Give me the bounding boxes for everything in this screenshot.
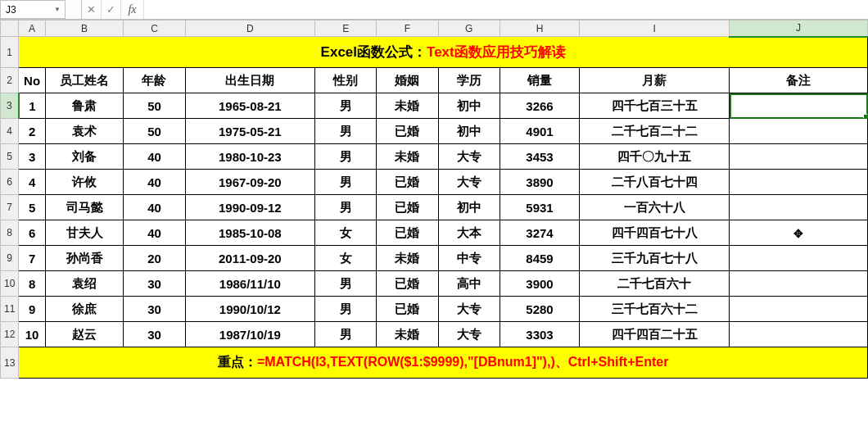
table-cell[interactable]: 50: [124, 119, 185, 144]
table-cell[interactable]: 1975-05-21: [185, 119, 315, 144]
table-cell[interactable]: 男: [315, 322, 377, 347]
table-cell[interactable]: 已婚: [377, 170, 438, 195]
table-cell[interactable]: 许攸: [45, 170, 124, 195]
table-cell[interactable]: 已婚: [377, 195, 438, 220]
table-cell[interactable]: 男: [315, 271, 377, 297]
table-cell[interactable]: 8459: [500, 246, 580, 271]
table-cell[interactable]: 大本: [438, 220, 500, 246]
row-header-13[interactable]: 13: [1, 347, 19, 379]
table-cell[interactable]: 3303: [500, 322, 580, 347]
selected-cell-J3[interactable]: [730, 93, 868, 119]
col-header-C[interactable]: C: [124, 20, 185, 37]
table-cell[interactable]: 徐庶: [45, 297, 124, 322]
hdr-birth[interactable]: 出生日期: [185, 68, 315, 93]
table-cell[interactable]: 1985-10-08: [185, 220, 315, 246]
table-cell[interactable]: 5280: [500, 297, 580, 322]
table-cell[interactable]: 初中: [438, 195, 500, 220]
table-cell[interactable]: 男: [315, 170, 377, 195]
col-header-J[interactable]: J: [730, 20, 868, 37]
table-cell[interactable]: 四千七百三十五: [580, 93, 730, 119]
formula-input[interactable]: [144, 0, 868, 19]
col-header-E[interactable]: E: [315, 20, 377, 37]
table-cell[interactable]: 大专: [438, 144, 500, 170]
hdr-edu[interactable]: 学历: [438, 68, 500, 93]
table-cell[interactable]: [730, 246, 868, 271]
table-cell[interactable]: 二千八百七十四: [580, 170, 730, 195]
table-cell[interactable]: 二千七百二十二: [580, 119, 730, 144]
select-all-corner[interactable]: [1, 20, 19, 37]
col-header-H[interactable]: H: [500, 20, 580, 37]
table-cell[interactable]: 1967-09-20: [185, 170, 315, 195]
table-cell[interactable]: 袁术: [45, 119, 124, 144]
table-cell[interactable]: 40: [124, 170, 185, 195]
table-cell[interactable]: 男: [315, 93, 377, 119]
table-cell[interactable]: [730, 271, 868, 297]
table-cell[interactable]: 二千七百六十: [580, 271, 730, 297]
table-cell[interactable]: 已婚: [377, 119, 438, 144]
row-header-7[interactable]: 7: [1, 195, 19, 220]
table-cell[interactable]: 4: [19, 170, 46, 195]
row-header-3[interactable]: 3: [1, 93, 19, 119]
table-cell[interactable]: [730, 297, 868, 322]
table-cell[interactable]: 1986/11/10: [185, 271, 315, 297]
hdr-mar[interactable]: 婚姻: [377, 68, 438, 93]
spreadsheet-grid[interactable]: A B C D E F G H I J 1 Excel函数公式：Text函数应用…: [0, 20, 868, 431]
table-cell[interactable]: 4901: [500, 119, 580, 144]
col-header-G[interactable]: G: [438, 20, 500, 37]
table-cell[interactable]: 8: [19, 271, 46, 297]
table-cell[interactable]: [730, 144, 868, 170]
table-cell[interactable]: 1: [19, 93, 46, 119]
confirm-button[interactable]: ✓: [102, 0, 121, 19]
table-cell[interactable]: 大专: [438, 170, 500, 195]
row-header-9[interactable]: 9: [1, 246, 19, 271]
table-cell[interactable]: 四千四百七十八: [580, 220, 730, 246]
table-cell[interactable]: 3900: [500, 271, 580, 297]
table-cell[interactable]: 已婚: [377, 297, 438, 322]
row-header-2[interactable]: 2: [1, 68, 19, 93]
table-cell[interactable]: 6: [19, 220, 46, 246]
row-header-8[interactable]: 8: [1, 220, 19, 246]
table-cell[interactable]: 50: [124, 93, 185, 119]
table-cell[interactable]: 未婚: [377, 322, 438, 347]
table-cell[interactable]: 30: [124, 322, 185, 347]
row-header-5[interactable]: 5: [1, 144, 19, 170]
table-cell[interactable]: 男: [315, 119, 377, 144]
hdr-age[interactable]: 年龄: [124, 68, 185, 93]
table-cell[interactable]: [730, 195, 868, 220]
table-cell[interactable]: 四千四百二十五: [580, 322, 730, 347]
table-cell[interactable]: 高中: [438, 271, 500, 297]
col-header-D[interactable]: D: [185, 20, 315, 37]
table-cell[interactable]: 大专: [438, 297, 500, 322]
table-cell[interactable]: 1990/10/12: [185, 297, 315, 322]
table-cell[interactable]: 5931: [500, 195, 580, 220]
table-cell[interactable]: 5: [19, 195, 46, 220]
hdr-no[interactable]: No: [19, 68, 46, 93]
table-cell[interactable]: 司马懿: [45, 195, 124, 220]
table-cell[interactable]: [730, 170, 868, 195]
col-header-A[interactable]: A: [19, 20, 46, 37]
table-cell[interactable]: 3274: [500, 220, 580, 246]
table-cell[interactable]: 未婚: [377, 246, 438, 271]
table-cell[interactable]: 鲁肃: [45, 93, 124, 119]
fx-button[interactable]: fx: [121, 0, 144, 19]
name-box[interactable]: J3 ▼: [0, 0, 66, 19]
table-cell[interactable]: 三千九百七十八: [580, 246, 730, 271]
table-cell[interactable]: 3266: [500, 93, 580, 119]
title-cell[interactable]: Excel函数公式：Text函数应用技巧解读: [19, 37, 868, 68]
table-cell[interactable]: 1980-10-23: [185, 144, 315, 170]
table-cell[interactable]: 3890: [500, 170, 580, 195]
table-cell[interactable]: 男: [315, 144, 377, 170]
table-cell[interactable]: 赵云: [45, 322, 124, 347]
table-cell[interactable]: 三千七百六十二: [580, 297, 730, 322]
hdr-name[interactable]: 员工姓名: [45, 68, 124, 93]
table-cell[interactable]: 男: [315, 195, 377, 220]
table-cell[interactable]: 孙尚香: [45, 246, 124, 271]
table-cell[interactable]: [730, 119, 868, 144]
col-header-I[interactable]: I: [580, 20, 730, 37]
table-cell[interactable]: 中专: [438, 246, 500, 271]
table-cell[interactable]: 3453: [500, 144, 580, 170]
hdr-sales[interactable]: 销量: [500, 68, 580, 93]
table-cell[interactable]: 未婚: [377, 93, 438, 119]
row-header-10[interactable]: 10: [1, 271, 19, 297]
table-cell[interactable]: 初中: [438, 93, 500, 119]
